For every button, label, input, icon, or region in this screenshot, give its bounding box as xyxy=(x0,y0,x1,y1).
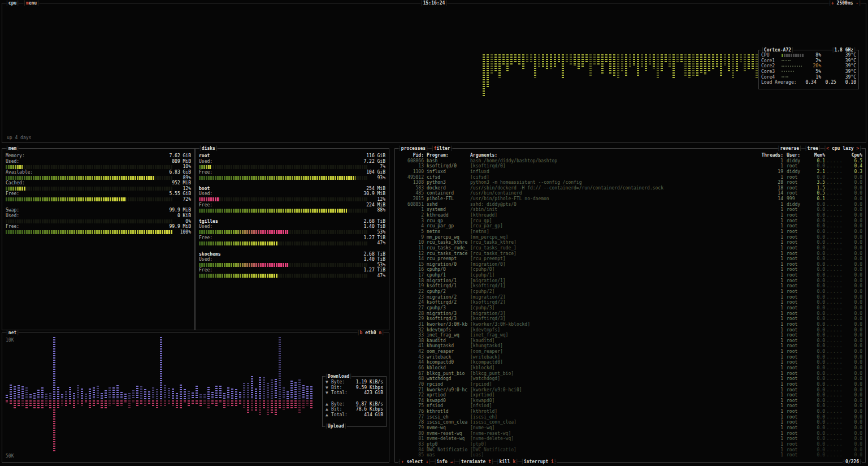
process-arguments: [migration/2] xyxy=(470,295,763,300)
process-user: root xyxy=(787,278,810,284)
process-row[interactable]: 27 cpuhp/3 [cpuhp/3] 1 root 0.0 ..... 0.… xyxy=(398,305,862,311)
interface-name: eth0 xyxy=(365,330,376,335)
interrupt-button[interactable]: interrupt i xyxy=(521,459,557,464)
select-control[interactable]: ↑ select ↓ xyxy=(398,459,431,464)
process-row[interactable]: 23 migration/2 [migration/2] 1 root 0.0 … xyxy=(398,295,862,300)
process-row[interactable]: 24 ksoftirqd/2 [ksoftirqd/2] 1 root 0.0 … xyxy=(398,300,862,305)
process-row[interactable]: 18 migration/1 [migration/1] 1 root 0.0 … xyxy=(398,278,862,284)
tree-button[interactable]: tree xyxy=(805,146,821,151)
process-row[interactable]: 84 DWC Notificatio [DWC Notificatio] 1 r… xyxy=(398,447,862,453)
process-row[interactable]: 76 kthrotld [kthrotld] 1 root 0.0 ..... … xyxy=(398,409,862,415)
process-row[interactable]: 78 iscsi_conn_clea [iscsi_conn_clea] 1 r… xyxy=(398,420,862,425)
process-threads: 1 xyxy=(763,245,783,251)
process-row[interactable]: 4 rcu_par_gp [rcu_par_gp] 1 root 0.0 ...… xyxy=(398,223,862,229)
process-row[interactable]: 485 containerd /usr/bin/containerd 14 ro… xyxy=(398,191,862,196)
process-row[interactable]: 9 mm_percpu_wq [mm_percpu_wq] 1 root 0.0… xyxy=(398,235,862,240)
cpu-panel: cpu menu 15:16:24 + 2500ms - Cortex-A72 … xyxy=(2,3,866,143)
process-row[interactable]: 41 khungtaskd [khungtaskd] 1 root 0.0 ..… xyxy=(398,343,862,349)
memory-total-label: Memory: xyxy=(6,153,25,159)
filter-button[interactable]: filter xyxy=(431,146,453,151)
process-row[interactable]: 85 uas [uas] 1 root 0.0 ..... 0.0 xyxy=(398,452,862,458)
sort-selector[interactable]: < cpu lazy > xyxy=(824,146,862,151)
process-row[interactable]: 14 rcu_preempt [rcu_preempt] 1 root 0.0 … xyxy=(398,256,862,262)
process-row[interactable]: 5 netns [netns] 1 root 0.0 ..... 0.0 xyxy=(398,229,862,235)
process-program: kcompactd0 xyxy=(427,360,468,365)
process-mem-pct: 0.0 xyxy=(810,376,825,382)
process-row[interactable]: 29 ksoftirqd/3 [ksoftirqd/3] 1 root 0.0 … xyxy=(398,316,862,322)
process-row[interactable]: 79 nvme-wq [nvme-wq] 1 root 0.0 ..... 0.… xyxy=(398,425,862,431)
process-row[interactable]: 2 kthreadd [kthreadd] 1 root 0.0 ..... 0… xyxy=(398,213,862,218)
process-row[interactable]: 17 cpuhp/1 [cpuhp/1] 1 root 0.0 ..... 0.… xyxy=(398,273,862,278)
process-row[interactable]: 495012 cifsd [cifsd] 1 root 0.0 ..... 0.… xyxy=(398,175,862,180)
process-row[interactable]: 66 kblockd [kblockd] 1 root 0.0 ..... 0.… xyxy=(398,365,862,371)
process-threads: 1 xyxy=(763,267,783,273)
process-row[interactable]: 31 kworker/3:0H-kb [kworker/3:0H-kblockd… xyxy=(398,322,862,327)
process-row[interactable]: 33 inet_frag_wq [inet_frag_wq] 1 root 0.… xyxy=(398,333,862,338)
process-cpu-graph: ..... xyxy=(825,322,844,327)
terminate-button[interactable]: terminate t xyxy=(458,459,494,464)
menu-button[interactable]: menu xyxy=(23,1,40,6)
process-row[interactable]: 43 writeback [writeback] 1 root 0.0 ....… xyxy=(398,355,862,360)
memory-stat-meter xyxy=(6,197,173,201)
cpu-model-panel: Cortex-A72 1.8 GHz CPU 8% 39°C Core1 2% … xyxy=(758,50,859,89)
process-row[interactable]: 70 rpciod [rpciod] 1 root 0.0 ..... 0.0 xyxy=(398,382,862,387)
core-name: Core2 xyxy=(761,63,782,69)
header-cpu-pct: Cpu% xyxy=(844,153,862,158)
process-cpu-pct: 0.0 xyxy=(844,398,862,404)
process-row[interactable]: 44 kcompactd0 [kcompactd0] 1 root 0.0 ..… xyxy=(398,360,862,365)
process-pid: 66 xyxy=(398,365,424,371)
disk-free-meter xyxy=(199,209,367,213)
process-threads: 1 xyxy=(763,256,783,262)
process-row[interactable]: 80 nvme-reset-wq [nvme-reset-wq] 1 root … xyxy=(398,431,862,437)
process-cpu-pct: 0.0 xyxy=(844,196,862,202)
process-row[interactable]: 72 xprtiod [xprtiod] 1 root 0.0 ..... 0.… xyxy=(398,392,862,398)
upload-stat-label: Total: xyxy=(331,412,364,418)
info-button[interactable]: info ↵ xyxy=(434,459,456,464)
process-row[interactable]: 1308 python3 python3 -m homeassistant --… xyxy=(398,180,862,185)
process-row[interactable]: 15 migration/0 [migration/0] 1 root 0.0 … xyxy=(398,262,862,267)
memory-panel: mem Memory: 7.62 GiB Used: 809 MiB 10% A… xyxy=(2,148,195,330)
process-row[interactable]: 74 kswapd0 [kswapd0] 1 root 0.0 ..... 0.… xyxy=(398,398,862,404)
interface-switcher[interactable]: b eth0 n xyxy=(357,330,384,335)
disk-used-meter xyxy=(199,197,367,201)
process-row[interactable]: 3 rcu_gp [rcu_gp] 1 root 0.0 ..... 0.0 xyxy=(398,218,862,224)
process-row[interactable]: 583 dockerd /usr/sbin/dockerd -H fd:// -… xyxy=(398,185,862,191)
process-row[interactable]: 2015 pihole-FTL /usr/bin/pihole-FTL no-d… xyxy=(398,196,862,202)
process-row[interactable]: 12 rcu_tasks_trace [rcu_tasks_trace] 1 r… xyxy=(398,251,862,257)
process-row[interactable]: 81 nvme-delete-wq [nvme-delete-wq] 1 roo… xyxy=(398,436,862,442)
update-interval-control[interactable]: + 2500ms - xyxy=(828,1,861,6)
process-row[interactable]: 19 ksoftirqd/1 [ksoftirqd/1] 1 root 0.0 … xyxy=(398,283,862,289)
process-row[interactable]: 71 kworker/u9:0-hc [kworker/u9:0-hci0] 1… xyxy=(398,387,862,393)
process-row[interactable]: 11 rcu_tasks_rude_ [rcu_tasks_rude_] 1 r… xyxy=(398,245,862,251)
process-row[interactable]: 608866 bash bash /home/diddy/bashtop/bas… xyxy=(398,158,862,164)
process-list-header[interactable]: Pid: Program: Arguments: Threads: User: … xyxy=(398,153,862,158)
process-row[interactable]: 28 migration/3 [migration/3] 1 root 0.0 … xyxy=(398,311,862,317)
process-row[interactable]: 75 nfsiod [nfsiod] 1 root 0.0 ..... 0.0 xyxy=(398,403,862,409)
process-pid: 67 xyxy=(398,371,424,377)
process-program: DWC Notificatio xyxy=(427,447,468,453)
process-row[interactable]: 42 oom_reaper [oom_reaper] 1 root 0.0 ..… xyxy=(398,349,862,355)
process-row[interactable]: 10 rcu_tasks_kthre [rcu_tasks_kthre] 1 r… xyxy=(398,240,862,245)
process-row[interactable]: 77 iscsi_eh [iscsi_eh] 1 root 0.0 ..... … xyxy=(398,415,862,420)
kill-button[interactable]: kill k xyxy=(497,459,519,464)
disk-total: 2.68 TiB xyxy=(363,252,385,257)
process-row[interactable]: 16 cpuhp/0 [cpuhp/0] 1 root 0.0 ..... 0.… xyxy=(398,267,862,273)
process-row[interactable]: 67 blkcg_punt_bio [blkcg_punt_bio] 1 roo… xyxy=(398,371,862,377)
process-pid: 17 xyxy=(398,273,424,278)
process-row[interactable]: 38 kauditd [kauditd] 1 root 0.0 ..... 0.… xyxy=(398,338,862,344)
process-row[interactable]: 68 watchdogd [watchdogd] 1 root 0.0 ....… xyxy=(398,376,862,382)
process-row[interactable]: 608851 sshd sshd: diddy@pts/0 1 diddy 0.… xyxy=(398,202,862,208)
process-row[interactable]: 83 ptp0 [ptp0] 1 root 0.0 ..... 0.0 xyxy=(398,442,862,447)
process-mem-pct: 0.0 xyxy=(810,322,825,327)
process-row[interactable]: 13 ksoftirqd/0 [ksoftirqd/0] 1 root 0.0 … xyxy=(398,163,862,169)
process-pid: 80 xyxy=(398,431,424,437)
process-row[interactable]: 1100 influxd influxd 19 diddy 2.1 ..... … xyxy=(398,169,862,175)
sort-mode: cpu lazy xyxy=(832,146,854,151)
reverse-button[interactable]: reverse xyxy=(778,146,802,151)
process-row[interactable]: 32 kdevtmpfs [kdevtmpfs] 1 root 0.0 ....… xyxy=(398,327,862,333)
process-row[interactable]: 1 systemd /sbin/init 1 root 0.0 ..... 0.… xyxy=(398,207,862,213)
process-pid: 33 xyxy=(398,333,424,338)
process-pid: 75 xyxy=(398,403,424,409)
process-row[interactable]: 22 cpuhp/2 [cpuhp/2] 1 root 0.0 ..... 0.… xyxy=(398,289,862,295)
download-arrow-icon: ▼ xyxy=(326,379,331,385)
